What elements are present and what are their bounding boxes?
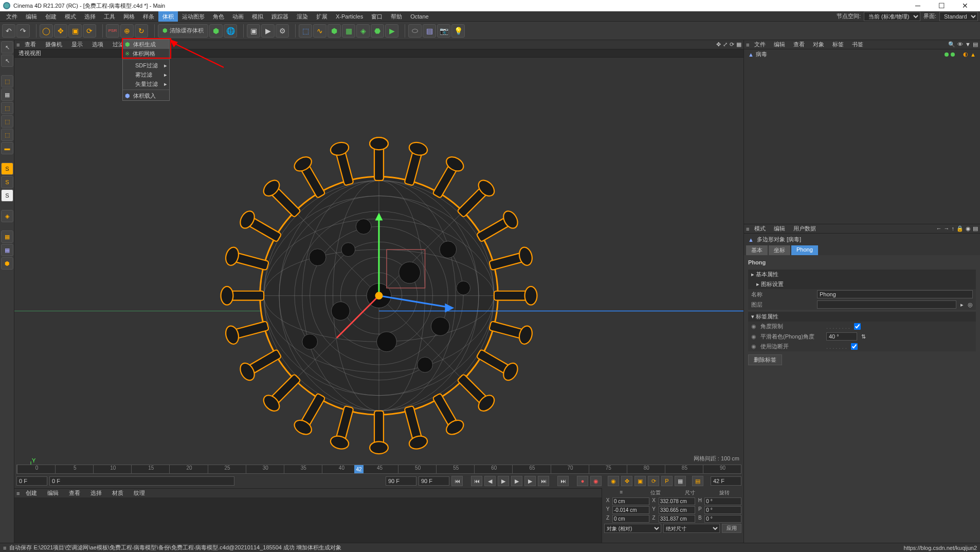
menu-tracker[interactable]: 跟踪器 xyxy=(267,11,293,22)
prev-frame-button[interactable]: ◀ xyxy=(484,476,496,486)
menu-extensions[interactable]: 扩展 xyxy=(312,11,332,22)
vp-layout-icon[interactable]: ▦ xyxy=(736,41,741,48)
menu-simulate[interactable]: 模拟 xyxy=(248,11,267,22)
key-grid-button[interactable]: ▦ xyxy=(675,476,686,486)
objmgr-search-icon[interactable]: 🔍 xyxy=(948,41,955,48)
undo-button[interactable]: ↶ xyxy=(2,24,15,38)
attrmgr-menu-mode[interactable]: 模式 xyxy=(751,225,769,233)
goto-start-button[interactable]: ⏮ xyxy=(451,476,463,486)
generator-button[interactable]: ⬢ xyxy=(328,24,341,38)
rot-p-field[interactable] xyxy=(704,506,741,514)
snap3-button[interactable]: S xyxy=(1,189,13,202)
field-button[interactable]: ⬣ xyxy=(371,24,384,38)
menu-select[interactable]: 选择 xyxy=(80,11,100,22)
layout-select[interactable]: Standard xyxy=(939,12,978,21)
key-scale-button[interactable]: ▣ xyxy=(634,476,646,486)
attrmgr-new-icon[interactable]: ◉ xyxy=(966,225,971,232)
menu-character[interactable]: 角色 xyxy=(209,11,228,22)
viewport[interactable]: YZX 网格间距 : 100 cm xyxy=(14,58,743,465)
dropdown-fog-filter[interactable]: 雾过滤▸ xyxy=(123,70,169,79)
rot-h-field[interactable] xyxy=(704,497,741,505)
axis-lock-button[interactable]: ⊕ xyxy=(120,24,134,38)
vp-orbit-icon[interactable]: ⟳ xyxy=(730,41,734,48)
objmgr-menu-file[interactable]: 文件 xyxy=(751,41,769,48)
mat-hamburger-icon[interactable]: ≡ xyxy=(16,490,20,496)
camera-button[interactable]: 📷 xyxy=(437,24,450,38)
vp-menu-camera[interactable]: 摄像机 xyxy=(41,41,66,48)
timeline[interactable]: 05 1015 2025 3035 4045 5055 6065 7075 80… xyxy=(16,465,741,474)
menu-create[interactable]: 创建 xyxy=(41,11,61,22)
object-manager[interactable]: ▲ 病毒 ◐ ▲ xyxy=(744,49,980,224)
objmgr-menu-tags[interactable]: 标签 xyxy=(829,41,847,48)
pos-z-field[interactable] xyxy=(612,515,649,523)
delete-tag-button[interactable]: 删除标签 xyxy=(748,354,782,365)
objmgr-layout-icon[interactable]: ▤ xyxy=(973,41,978,48)
redo-button[interactable]: ↷ xyxy=(16,24,30,38)
icon-settings-header[interactable]: ▸ 图标设置 xyxy=(748,279,976,289)
attr-tab-basic[interactable]: 基本 xyxy=(746,245,768,255)
snap2-button[interactable]: S xyxy=(1,176,13,188)
spline-primitive-button[interactable]: ∿ xyxy=(313,24,326,38)
size-y-field[interactable] xyxy=(659,506,696,514)
mode-cursor[interactable]: ↖ xyxy=(1,41,13,54)
use-break-checkbox[interactable] xyxy=(851,343,858,350)
mode-model[interactable]: ⬚ xyxy=(1,75,13,87)
size-z-field[interactable] xyxy=(659,515,696,523)
mode-edge[interactable]: ⬚ xyxy=(1,129,13,141)
workplane-button[interactable]: ◈ xyxy=(1,210,13,222)
key-move-button[interactable]: ✥ xyxy=(621,476,632,486)
name-field[interactable] xyxy=(817,290,973,298)
autokey-button[interactable]: ◉ xyxy=(590,476,602,486)
objmgr-filter-icon[interactable]: ▼ xyxy=(965,41,971,48)
menu-help[interactable]: 帮助 xyxy=(387,11,406,22)
frame-start-field[interactable]: 0 F xyxy=(16,476,47,486)
objmgr-menu-view[interactable]: 查看 xyxy=(790,41,808,48)
vp-pan-icon[interactable]: ✥ xyxy=(716,41,721,48)
dropdown-volume-mesher[interactable]: ※体积网格 xyxy=(123,49,169,58)
vol-button[interactable]: ⬢ xyxy=(1,257,13,270)
vp-menu-view[interactable]: 查看 xyxy=(21,41,40,48)
key-rot-button[interactable]: ⟳ xyxy=(648,476,659,486)
statusbar-hamburger-icon[interactable]: ≡ xyxy=(3,545,6,551)
objmgr-hamburger-icon[interactable]: ≡ xyxy=(746,42,749,48)
maximize-button[interactable]: ☐ xyxy=(930,2,953,10)
render-settings-button[interactable]: ⚙ xyxy=(276,24,289,38)
floor-button[interactable]: ▤ xyxy=(423,24,436,38)
mat-menu-material[interactable]: 材质 xyxy=(108,489,128,497)
attrmgr-layout-icon[interactable]: ▤ xyxy=(973,225,978,232)
cube-primitive-button[interactable]: ⬚ xyxy=(299,24,312,38)
vp-zoom-icon[interactable]: ⤢ xyxy=(723,41,728,48)
attrmgr-fwd-icon[interactable]: → xyxy=(944,225,950,232)
key-options-button[interactable]: ▤ xyxy=(692,476,703,486)
dropdown-vector-filter[interactable]: 矢量过滤▸ xyxy=(123,79,169,88)
size-x-field[interactable] xyxy=(659,497,696,505)
menu-mode[interactable]: 模式 xyxy=(61,11,80,22)
mat-menu-edit[interactable]: 编辑 xyxy=(43,489,63,497)
frame-end-field[interactable]: 90 F xyxy=(419,476,449,486)
scene-button[interactable]: ▶ xyxy=(385,24,398,38)
layer-field[interactable] xyxy=(817,300,956,309)
phong-tag-icon[interactable]: ◐ xyxy=(963,51,968,58)
visibility-editor-dot[interactable] xyxy=(945,52,949,57)
menu-octane[interactable]: Octane xyxy=(406,11,432,22)
layer-target-icon[interactable]: ◎ xyxy=(968,301,973,308)
angle-limit-checkbox[interactable] xyxy=(854,323,861,330)
coord-mode1-select[interactable]: 对象 (相对) xyxy=(604,524,661,533)
select-tool[interactable]: ◯ xyxy=(40,24,53,38)
mat-menu-texture[interactable]: 纹理 xyxy=(130,489,149,497)
mat-menu-select[interactable]: 选择 xyxy=(86,489,106,497)
current-frame-field[interactable]: 42 F xyxy=(711,476,741,486)
attrmgr-hamburger-icon[interactable]: ≡ xyxy=(746,226,749,232)
grid2-button[interactable]: ▦ xyxy=(1,244,13,256)
attrmgr-up-icon[interactable]: ↑ xyxy=(952,225,955,232)
world-button[interactable]: 🌐 xyxy=(224,24,237,38)
next-key-button[interactable]: ⏭ xyxy=(538,476,549,486)
vp-hamburger-icon[interactable]: ≡ xyxy=(16,42,20,48)
nodespace-select[interactable]: 当前 (标准/物理) xyxy=(864,12,920,21)
menu-render[interactable]: 渲染 xyxy=(293,11,312,22)
menu-window[interactable]: 窗口 xyxy=(367,11,387,22)
warn-tag-icon[interactable]: ▲ xyxy=(970,51,976,58)
object-row-virus[interactable]: ▲ 病毒 ◐ ▲ xyxy=(744,49,980,59)
menu-edit[interactable]: 编辑 xyxy=(22,11,41,22)
render-picture-button[interactable]: ▶ xyxy=(261,24,275,38)
